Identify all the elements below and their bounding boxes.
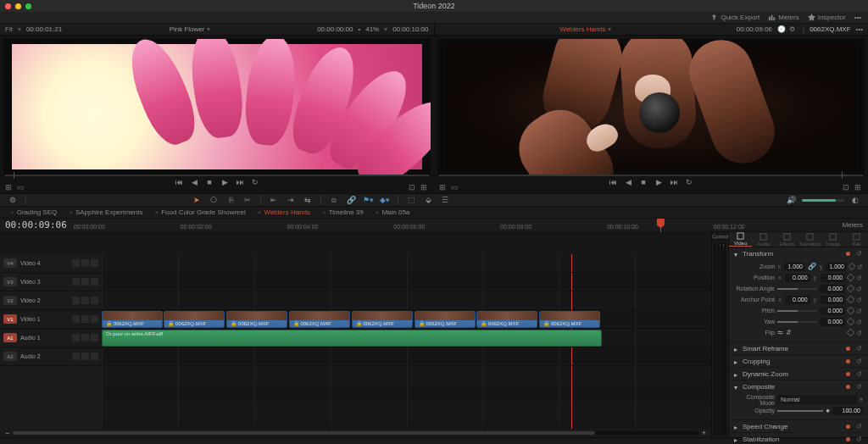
track-header-v3[interactable]: V3Video 3 xyxy=(0,273,102,291)
source-zoom[interactable]: 41% xyxy=(365,25,379,33)
src-loop-icon[interactable]: ↻ xyxy=(250,177,260,187)
inspector-section-header[interactable]: ▸Cropping↺ xyxy=(729,355,868,367)
track-enable-icon[interactable] xyxy=(81,315,89,323)
src-corner-icon[interactable]: ▭ xyxy=(17,183,25,191)
volume-slider[interactable] xyxy=(802,199,844,202)
media-page-icon[interactable] xyxy=(298,441,316,445)
track-lane-a2[interactable] xyxy=(102,347,711,366)
insert-icon[interactable]: ⇤ xyxy=(268,194,280,206)
zoom-out-icon[interactable]: − xyxy=(5,429,9,437)
video-clip[interactable]: 🔒 0062XQ.MXF xyxy=(102,311,163,328)
zoom-x-field[interactable]: 1.000 xyxy=(784,263,805,271)
rec-stop-icon[interactable]: ■ xyxy=(638,177,648,187)
track-lanes[interactable]: 🔒 0062XQ.MXF🔒 0062XQ.MXF🔒 0062XQ.MXF🔒 00… xyxy=(102,254,711,429)
reset-icon[interactable]: ↺ xyxy=(856,370,863,377)
record-viewer[interactable]: ⊞▭ ⊡⊞ ⏮ ◀ ■ ▶ ⏭ ↻ xyxy=(434,36,868,193)
track-lane-v4[interactable] xyxy=(102,254,711,273)
inspector-section-header[interactable]: ▸Smart Reframe↺ xyxy=(729,342,868,354)
pos-x-field[interactable]: 0.000 xyxy=(785,274,810,282)
track-enable-icon[interactable] xyxy=(81,278,89,286)
flag-icon[interactable]: ⚑▾ xyxy=(362,194,374,206)
source-scrubber[interactable] xyxy=(5,175,429,176)
reset-icon[interactable]: ↺ xyxy=(856,297,863,303)
fusion-page-icon[interactable] xyxy=(425,441,443,445)
src-stop-icon[interactable]: ■ xyxy=(204,177,214,187)
track-lock-icon[interactable] xyxy=(72,297,80,304)
track-opts-icon[interactable] xyxy=(91,334,98,341)
rec-match-frame-icon[interactable]: ⊡ xyxy=(843,183,851,191)
src-grid-icon[interactable]: ⊞ xyxy=(420,183,429,191)
track-lane-v2[interactable] xyxy=(102,291,711,310)
rec-corner-icon[interactable]: ▭ xyxy=(451,183,459,191)
pitch-slider[interactable] xyxy=(777,310,817,312)
reset-icon[interactable]: ↺ xyxy=(856,308,863,314)
source-viewer[interactable]: ⊞▭ ⊡⊞ ⏮ ◀ ■ ▶ ⏭ ↻ xyxy=(0,36,434,193)
rec-grid-icon[interactable]: ⊞ xyxy=(854,183,863,191)
inspector-tab-effects[interactable]: Effects xyxy=(776,232,798,247)
pos-lock-icon[interactable]: ⬚ xyxy=(405,194,417,206)
blade-tool-icon[interactable]: ✂ xyxy=(242,194,253,206)
more-icon[interactable]: ••• xyxy=(854,14,861,21)
src-prev-frame-icon[interactable]: ◀ xyxy=(189,177,199,187)
edit-page-icon[interactable] xyxy=(382,441,401,445)
rec-play-icon[interactable]: ▶ xyxy=(654,177,664,187)
keyframe-icon[interactable] xyxy=(847,329,855,337)
more-icon[interactable]: ••• xyxy=(856,25,863,33)
record-settings-icon[interactable]: ⚙ xyxy=(789,25,798,34)
transform-header[interactable]: ▾Transform↺ xyxy=(729,247,868,259)
track-enable-icon[interactable] xyxy=(81,334,89,341)
track-header-v1[interactable]: V1Video 1 xyxy=(0,310,102,329)
inspector-section-header[interactable]: ▸Dynamic Zoom↺ xyxy=(729,368,868,380)
rec-loop-icon[interactable]: ↻ xyxy=(684,177,694,187)
timeline-scrollbar[interactable]: − + xyxy=(0,429,711,437)
track-lock-icon[interactable] xyxy=(72,334,80,341)
replace-icon[interactable]: ⇆ xyxy=(302,194,314,206)
inspector-section-header[interactable]: ▸Stabilization↺ xyxy=(729,433,868,444)
keyframe-icon[interactable] xyxy=(847,285,855,293)
composite-header[interactable]: ▾Composite↺ xyxy=(729,380,868,392)
track-opts-icon[interactable] xyxy=(91,278,98,286)
rotation-slider[interactable] xyxy=(777,288,817,290)
keyframe-icon[interactable] xyxy=(848,263,855,270)
cut-page-icon[interactable] xyxy=(340,441,359,445)
flip-v-icon[interactable]: ⇵ xyxy=(786,329,792,336)
mute-icon[interactable]: 🔊 xyxy=(785,194,797,206)
trim-tool-icon[interactable]: ⎔ xyxy=(208,194,220,206)
color-page-icon[interactable] xyxy=(467,441,486,445)
track-enable-icon[interactable] xyxy=(81,352,89,360)
track-header-v2[interactable]: V2Video 2 xyxy=(0,291,102,310)
track-opts-icon[interactable] xyxy=(91,297,98,304)
dynamic-trim-icon[interactable]: ⎘ xyxy=(225,194,236,206)
opacity-field[interactable]: 100.00 xyxy=(832,407,863,415)
deliver-page-icon[interactable] xyxy=(552,441,570,445)
src-next-frame-icon[interactable]: ⏭ xyxy=(235,177,245,187)
close-tab-icon[interactable]: × xyxy=(376,208,380,216)
close-tab-icon[interactable]: × xyxy=(10,208,14,216)
track-lock-icon[interactable] xyxy=(72,315,80,323)
track-header-a1[interactable]: A1Audio 1 xyxy=(0,329,102,347)
reset-icon[interactable]: ↺ xyxy=(856,319,863,325)
rec-corner-icon[interactable]: ⊞ xyxy=(439,183,448,191)
anchor-x-field[interactable]: 0.000 xyxy=(785,296,810,304)
reset-icon[interactable]: ↺ xyxy=(856,345,863,352)
reset-icon[interactable]: ↺ xyxy=(856,330,863,336)
track-enable-icon[interactable] xyxy=(81,297,89,304)
rec-next-frame-icon[interactable]: ⏭ xyxy=(669,177,679,187)
close-tab-icon[interactable]: × xyxy=(155,208,159,216)
tl-options-icon[interactable]: ⚙ xyxy=(7,194,19,206)
track-opts-icon[interactable] xyxy=(91,259,98,267)
track-header-a2[interactable]: A2Audio 2 xyxy=(0,347,102,366)
pitch-field[interactable]: 0.000 xyxy=(820,307,845,315)
rec-prev-frame-icon[interactable]: ◀ xyxy=(623,177,633,187)
video-clip[interactable]: 🔒 0062XQ.MXF xyxy=(289,311,350,328)
timeline-ruler[interactable]: 00:00:00:0000:00:02:0000:00:04:0000:00:0… xyxy=(74,219,836,231)
fullscreen-window-icon[interactable] xyxy=(25,3,31,9)
fit-dropdown[interactable]: Fit xyxy=(5,25,13,33)
anchor-y-field[interactable]: 0.000 xyxy=(821,296,846,304)
minimize-window-icon[interactable] xyxy=(15,3,21,9)
reset-icon[interactable]: ↺ xyxy=(856,250,863,257)
track-lock-icon[interactable] xyxy=(72,352,80,360)
timeline-tab[interactable]: ×Grading SEQ xyxy=(5,208,62,217)
timeline-tab[interactable]: ×Timeline 39 xyxy=(317,208,369,217)
overwrite-icon[interactable]: ⇥ xyxy=(285,194,297,206)
